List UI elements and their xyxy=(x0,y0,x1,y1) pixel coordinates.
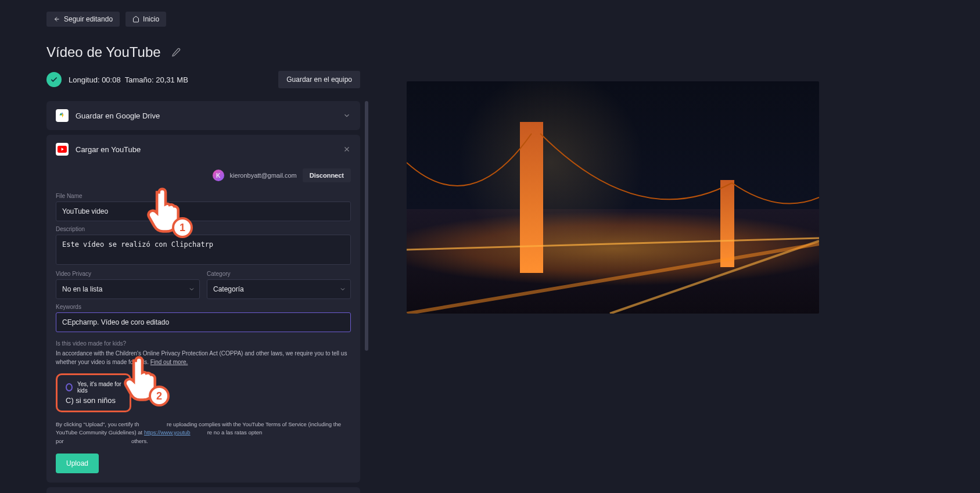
disconnect-button[interactable]: Disconnect xyxy=(303,168,351,182)
file-name-input[interactable] xyxy=(56,201,351,221)
gdrive-card[interactable]: Guardar en Google Drive xyxy=(46,101,360,130)
scrollbar[interactable] xyxy=(365,101,368,377)
account-email: kieronbyatt@gmail.com xyxy=(230,172,297,179)
file-name-label: File Name xyxy=(56,193,351,199)
back-label: Seguir editando xyxy=(64,15,113,23)
video-preview xyxy=(407,81,819,314)
category-select[interactable]: Categoría xyxy=(207,279,351,299)
category-label: Category xyxy=(207,271,351,277)
progress-card xyxy=(46,487,360,493)
kids-info: In accordance with the Children's Online… xyxy=(56,349,351,366)
privacy-select[interactable]: No en la lista xyxy=(56,279,200,299)
terms-link[interactable]: https://www.youtub xyxy=(144,429,191,436)
radio-icon xyxy=(66,383,73,391)
home-icon xyxy=(132,16,139,23)
home-label: Inicio xyxy=(143,15,159,23)
made-for-kids-option[interactable]: Yes, it's made for kids C) si son niños xyxy=(56,373,131,412)
kids-learn-more-link[interactable]: Find out more. xyxy=(150,359,188,365)
privacy-label: Video Privacy xyxy=(56,271,200,277)
save-to-device-button[interactable]: Guardar en el equipo xyxy=(278,71,360,88)
description-label: Description xyxy=(56,226,351,232)
gdrive-icon xyxy=(56,109,69,122)
top-nav: Seguir editando Inicio xyxy=(46,12,360,27)
youtube-card: Cargar en YouTube K kieronbyatt@gmail.co… xyxy=(46,135,360,483)
upload-button[interactable]: Upload xyxy=(56,454,99,473)
radio-label: Yes, it's made for kids xyxy=(77,381,121,394)
back-button[interactable]: Seguir editando xyxy=(46,12,120,27)
kids-question: Is this video made for kids? xyxy=(56,340,351,347)
page-title: Vídeo de YouTube xyxy=(46,44,161,60)
account-avatar: K xyxy=(213,170,224,181)
gdrive-label: Guardar en Google Drive xyxy=(76,111,160,120)
youtube-icon xyxy=(56,143,69,156)
chevron-down-icon xyxy=(343,111,351,120)
terms-text: By clicking "Upload", you certify th re … xyxy=(56,420,351,445)
arrow-left-icon xyxy=(53,16,60,23)
pencil-icon[interactable] xyxy=(171,48,181,57)
video-meta: Longitud: 00:08 Tamaño: 20,31 MB xyxy=(69,75,188,84)
radio-sublabel: C) si son niños xyxy=(66,396,121,405)
check-icon xyxy=(46,72,62,87)
youtube-header[interactable]: Cargar en YouTube xyxy=(46,135,360,164)
youtube-label: Cargar en YouTube xyxy=(76,145,141,154)
close-icon[interactable] xyxy=(343,145,351,153)
keywords-label: Keywords xyxy=(56,304,351,310)
home-button[interactable]: Inicio xyxy=(125,12,166,27)
description-input[interactable] xyxy=(56,235,351,265)
keywords-input[interactable] xyxy=(56,312,351,332)
